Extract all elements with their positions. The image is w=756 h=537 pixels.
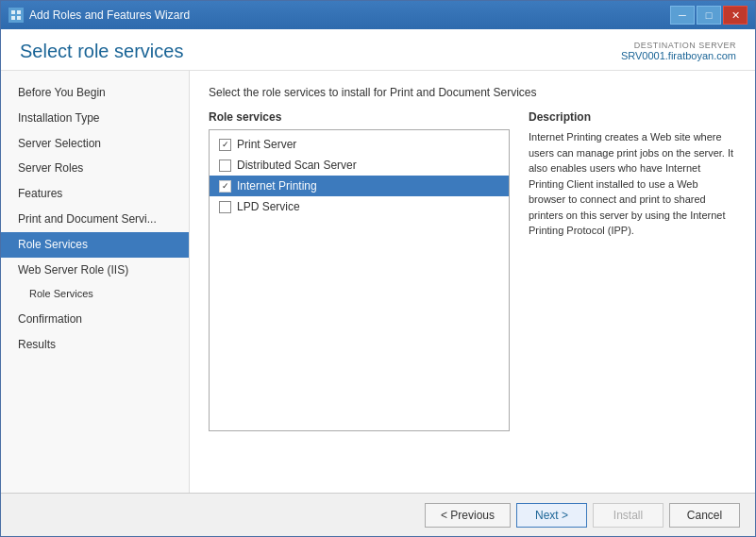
sidebar: Before You Begin Installation Type Serve… — [1, 71, 190, 493]
sidebar-item-print-document[interactable]: Print and Document Servi... — [1, 207, 189, 232]
service-label-internet-printing: Internet Printing — [237, 179, 317, 193]
main-content: Select the role services to install for … — [190, 71, 755, 493]
maximize-button[interactable]: □ — [697, 6, 721, 25]
main-body: Before You Begin Installation Type Serve… — [1, 71, 755, 493]
install-button[interactable]: Install — [593, 503, 664, 528]
close-button[interactable]: ✕ — [723, 6, 748, 25]
description-label: Description — [529, 110, 736, 124]
sidebar-item-confirmation[interactable]: Confirmation — [1, 307, 189, 332]
sidebar-item-role-services[interactable]: Role Services — [1, 232, 189, 258]
service-item-internet-printing[interactable]: ✓ Internet Printing — [210, 176, 509, 196]
minimize-button[interactable]: ─ — [670, 6, 695, 25]
description-panel: Description Internet Printing creates a … — [529, 110, 736, 431]
server-name: SRV0001.firatboyan.com — [621, 50, 736, 61]
checkbox-print-server[interactable]: ✓ — [219, 139, 231, 151]
service-label-lpd-service: LPD Service — [237, 200, 300, 213]
service-item-distributed-scan[interactable]: Distributed Scan Server — [210, 155, 509, 176]
content-area: Select role services DESTINATION SERVER … — [1, 29, 755, 536]
role-services-label: Role services — [209, 110, 510, 124]
next-button[interactable]: Next > — [516, 503, 587, 528]
svg-rect-2 — [11, 16, 15, 20]
service-label-distributed-scan: Distributed Scan Server — [237, 159, 357, 172]
services-list-box: ✓ Print Server Distributed Scan Server ✓ — [209, 129, 510, 431]
window-title: Add Roles and Features Wizard — [29, 8, 190, 22]
header-band: Select role services DESTINATION SERVER … — [1, 29, 755, 71]
sidebar-item-installation-type[interactable]: Installation Type — [1, 106, 189, 131]
service-item-print-server[interactable]: ✓ Print Server — [210, 134, 509, 155]
previous-button[interactable]: < Previous — [425, 503, 511, 528]
sidebar-item-features[interactable]: Features — [1, 181, 189, 207]
title-bar-controls: ─ □ ✕ — [670, 6, 748, 25]
service-item-lpd-service[interactable]: LPD Service — [210, 196, 509, 217]
description-text: Internet Printing creates a Web site whe… — [529, 129, 736, 239]
page-title: Select role services — [20, 41, 183, 62]
sidebar-item-server-roles[interactable]: Server Roles — [1, 156, 189, 181]
cancel-button[interactable]: Cancel — [669, 503, 740, 528]
svg-rect-3 — [17, 16, 21, 20]
destination-label: DESTINATION SERVER — [621, 41, 736, 50]
main-window: Add Roles and Features Wizard ─ □ ✕ Sele… — [0, 0, 756, 537]
two-column-layout: Role services ✓ Print Server Distributed… — [209, 110, 736, 431]
sidebar-item-results[interactable]: Results — [1, 332, 189, 358]
instruction-text: Select the role services to install for … — [209, 86, 736, 99]
checkbox-distributed-scan[interactable] — [219, 159, 231, 172]
title-bar-left: Add Roles and Features Wizard — [8, 8, 190, 23]
svg-rect-1 — [17, 10, 21, 14]
window-icon — [8, 8, 24, 23]
svg-rect-0 — [11, 10, 15, 14]
destination-server-info: DESTINATION SERVER SRV0001.firatboyan.co… — [621, 41, 736, 61]
sidebar-item-before-you-begin[interactable]: Before You Begin — [1, 80, 189, 106]
checkbox-internet-printing[interactable]: ✓ — [219, 180, 231, 193]
title-bar: Add Roles and Features Wizard ─ □ ✕ — [1, 1, 755, 29]
sidebar-item-web-server[interactable]: Web Server Role (IIS) — [1, 258, 189, 283]
role-services-panel: Role services ✓ Print Server Distributed… — [209, 110, 510, 431]
sidebar-item-server-selection[interactable]: Server Selection — [1, 131, 189, 157]
service-label-print-server: Print Server — [237, 138, 296, 151]
footer: < Previous Next > Install Cancel — [1, 493, 755, 536]
sidebar-item-role-services-sub[interactable]: Role Services — [1, 282, 189, 306]
checkbox-lpd-service[interactable] — [219, 201, 231, 213]
